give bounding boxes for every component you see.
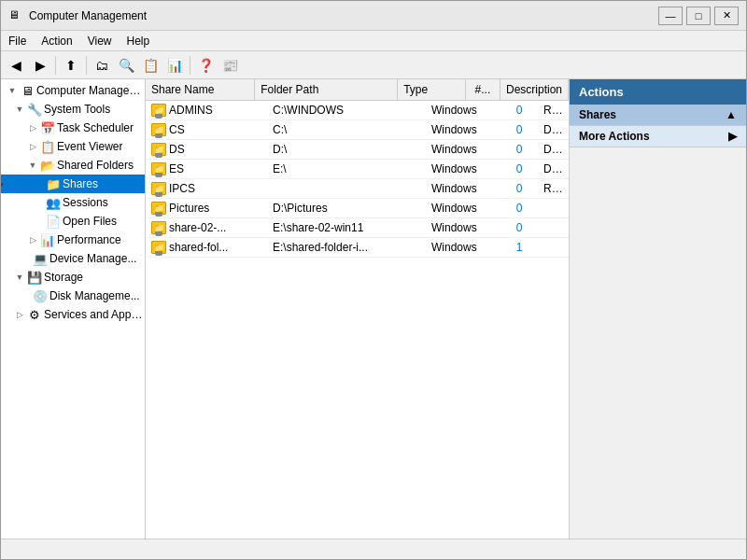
menu-view[interactable]: View [80,33,120,49]
toolbar-up-button[interactable]: ⬆ [60,54,82,77]
root-label: Computer Manageme... [36,84,145,97]
sidebar-item-shares[interactable]: → 📁 Shares [1,175,145,193]
toolbar-search-button[interactable]: 🔍 [115,54,137,77]
sidebar-item-task-scheduler[interactable]: ▷ 📅 Task Scheduler [1,119,145,137]
cell-share-name: 📁 shared-fol... [146,238,267,257]
table-row[interactable]: 📁 ES E:\ Windows 0 Default share [146,160,569,179]
window-title: Computer Management [29,9,147,22]
col-header-share-name[interactable]: Share Name [146,79,255,100]
expand-icon-system-tools: ▼ [12,102,27,117]
cell-type: Windows [426,120,500,139]
menu-file[interactable]: File [1,33,34,49]
maximize-button[interactable]: □ [686,7,711,25]
cell-num: 0 [500,140,538,159]
toolbar-separator-2 [86,56,87,75]
col-header-folder-path[interactable]: Folder Path [255,79,398,100]
cell-share-name: 📁 IPCS [146,179,267,198]
table-row[interactable]: 📁 ADMINS C:\WINDOWS Windows 0 Remote Adm… [146,101,569,120]
sidebar-item-performance[interactable]: ▷ 📊 Performance [1,231,145,249]
toolbar-back-button[interactable]: ◀ [5,54,27,77]
toolbar-copy-button[interactable]: 📋 [139,54,162,77]
sidebar-item-open-files[interactable]: 📄 Open Files [1,212,145,231]
sidebar-item-device-manager[interactable]: 💻 Device Manage... [1,249,145,268]
cell-folder-path: E:\share-02-win11 [267,218,426,237]
expand-icon-services: ▷ [12,307,27,322]
device-manager-icon: 💻 [33,251,48,266]
open-files-label: Open Files [63,215,117,228]
table-row[interactable]: 📁 shared-fol... E:\shared-folder-i... Wi… [146,238,569,258]
cell-share-name: 📁 Pictures [146,199,267,217]
actions-section-shares[interactable]: Shares ▲ [570,105,746,126]
cell-description: Default share [538,140,569,159]
services-label: Services and Applic... [44,308,145,321]
system-tools-icon: 🔧 [27,102,42,117]
cell-description: Default share [538,160,569,178]
table-row[interactable]: 📁 share-02-... E:\share-02-win11 Windows… [146,218,569,238]
actions-section-more[interactable]: More Actions ▶ [570,126,746,147]
event-viewer-label: Event Viewer [57,140,122,153]
cell-type: Windows [426,160,500,178]
list-header: Share Name Folder Path Type #... Descrip… [146,79,569,101]
actions-section-more-label: More Actions [579,130,650,143]
toolbar-paste-button[interactable]: 📊 [163,54,186,77]
sidebar-item-event-viewer[interactable]: ▷ 📋 Event Viewer [1,137,145,156]
cell-num: 0 [500,160,538,178]
cell-folder-path: C:\ [267,120,426,139]
expand-icon-performance: ▷ [25,232,40,247]
shares-icon: 📁 [46,176,61,191]
expand-icon-shared-folders: ▼ [25,158,40,173]
actions-section-shares-expand-icon: ▲ [726,108,737,121]
sidebar-item-services[interactable]: ▷ ⚙ Services and Applic... [1,305,145,324]
sidebar-item-disk-management[interactable]: 💿 Disk Manageme... [1,287,145,305]
table-row[interactable]: 📁 IPCS Windows 0 Remote IPC [146,179,569,199]
table-row[interactable]: 📁 CS C:\ Windows 0 Default share [146,120,569,140]
cell-folder-path: E:\shared-folder-i... [267,238,426,257]
col-header-type[interactable]: Type [398,79,466,100]
menu-help[interactable]: Help [120,33,158,49]
table-row[interactable]: 📁 Pictures D:\Pictures Windows 0 [146,199,569,218]
share-folder-icon: 📁 [151,202,166,215]
cell-type: Windows [426,101,500,119]
cell-type: Windows [426,238,500,257]
task-scheduler-label: Task Scheduler [57,121,134,134]
toolbar-help-button[interactable]: ❓ [194,54,217,77]
cell-folder-path: D:\Pictures [267,199,426,217]
sessions-label: Sessions [63,196,108,209]
storage-label: Storage [44,271,83,284]
sidebar-item-storage[interactable]: ▼ 💾 Storage [1,268,145,287]
task-scheduler-icon: 📅 [40,120,55,135]
share-folder-icon: 📁 [151,182,166,195]
performance-icon: 📊 [40,232,55,247]
title-bar: 🖥 Computer Management — □ ✕ [1,1,746,31]
services-icon: ⚙ [27,307,42,322]
toolbar-forward-button[interactable]: ▶ [29,54,51,77]
actions-section-shares-label: Shares [579,108,616,121]
arrow-indicator: → [1,175,7,192]
toolbar-info-button[interactable]: 📰 [218,54,241,77]
cell-description: Remote IPC [538,179,569,198]
menu-action[interactable]: Action [34,33,79,49]
table-row[interactable]: 📁 DS D:\ Windows 0 Default share [146,140,569,160]
col-header-num[interactable]: #... [466,79,500,100]
sidebar-item-shared-folders[interactable]: ▼ 📂 Shared Folders [1,156,145,175]
main-content: ▼ 🖥 Computer Manageme... ▼ 🔧 System Tool… [1,79,746,539]
expand-icon-event-viewer: ▷ [25,139,40,154]
sidebar-item-system-tools[interactable]: ▼ 🔧 System Tools [1,100,145,119]
cell-type: Windows [426,218,500,237]
cell-description: Remote Admin [538,101,569,119]
performance-label: Performance [57,233,121,246]
toolbar-folder-button[interactable]: 🗂 [91,54,113,77]
cell-description [538,205,569,211]
share-folder-icon: 📁 [151,241,166,254]
cell-type: Windows [426,179,500,198]
sidebar-item-root[interactable]: ▼ 🖥 Computer Manageme... [1,81,145,100]
minimize-button[interactable]: — [658,7,683,25]
cell-share-name: 📁 ADMINS [146,101,267,119]
app-icon: 🖥 [8,8,23,23]
close-button[interactable]: ✕ [714,7,739,25]
cell-folder-path [267,186,426,191]
cell-num: 1 [500,238,538,257]
shares-list: 📁 ADMINS C:\WINDOWS Windows 0 Remote Adm… [146,101,569,258]
sidebar-item-sessions[interactable]: 👥 Sessions [1,193,145,212]
col-header-description[interactable]: Description [500,79,569,100]
